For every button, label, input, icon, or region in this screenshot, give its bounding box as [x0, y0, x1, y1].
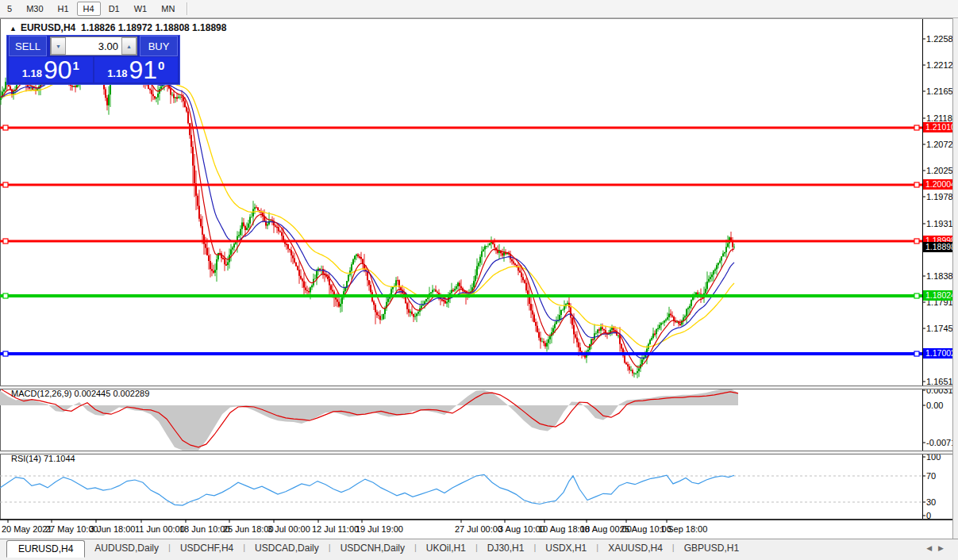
- chart-tab-audusd-daily[interactable]: AUDUSD,Daily: [85, 540, 168, 556]
- buy-price-prefix: 1.18: [107, 67, 127, 79]
- timeframe-button-m30[interactable]: M30: [20, 2, 49, 16]
- timeframe-button-d1[interactable]: D1: [102, 2, 126, 16]
- timeframe-toolbar: 5M30H1H4D1W1MN: [0, 0, 958, 18]
- tab-scroll-right-icon[interactable]: ▶: [938, 544, 950, 552]
- chart-tab-usdcnh-daily[interactable]: USDCNH,Daily: [331, 540, 414, 556]
- sell-price-pip: 1: [73, 59, 79, 72]
- collapse-icon[interactable]: ▲: [10, 25, 17, 33]
- one-click-trade-panel: SELL ▼ ▲ BUY 1.18901 1.18910: [6, 35, 180, 85]
- chart-tab-usdchf-h4[interactable]: USDCHF,H4: [171, 540, 243, 556]
- chart-ohlc-values: 1.18826 1.18972 1.18808 1.18898: [81, 22, 227, 33]
- chart-tab-dj30-h1[interactable]: DJ30,H1: [478, 540, 534, 556]
- buy-price-big: 91: [129, 58, 157, 82]
- chart-tab-usdx-h1[interactable]: USDX,H1: [536, 540, 596, 556]
- buy-button[interactable]: BUY: [140, 36, 178, 56]
- volume-decrease-icon[interactable]: ▼: [51, 37, 66, 55]
- timeframe-button-h1[interactable]: H1: [52, 2, 75, 16]
- macd-indicator-label: MACD(12,26,9) 0.002445 0.002289: [11, 389, 149, 398]
- timeframe-button-w1[interactable]: W1: [128, 2, 154, 16]
- chart-tab-ukoil-h1[interactable]: UKOil,H1: [417, 540, 475, 556]
- pane-separator-rsi[interactable]: [0, 451, 952, 455]
- sell-price-prefix: 1.18: [22, 67, 42, 79]
- volume-spinner: ▼ ▲: [50, 36, 137, 56]
- chart-title: ▲EURUSD,H4 1.18826 1.18972 1.18808 1.188…: [10, 22, 226, 33]
- timeframe-button-mn[interactable]: MN: [155, 2, 181, 16]
- sell-price-big: 90: [44, 58, 72, 82]
- rsi-indicator-label: RSI(14) 71.1044: [11, 454, 75, 463]
- timeframe-button-h4[interactable]: H4: [77, 2, 101, 16]
- volume-input[interactable]: [66, 37, 121, 55]
- tab-scroll-left-icon[interactable]: ◀: [926, 544, 938, 552]
- volume-increase-icon[interactable]: ▲: [121, 37, 137, 55]
- buy-price-pip: 0: [158, 59, 164, 72]
- mt4-window: 5M30H1H4D1W1MN ▲EURUSD,H4 1.18826 1.1897…: [0, 0, 958, 560]
- chart-tab-usdcad-daily[interactable]: USDCAD,Daily: [245, 540, 329, 556]
- tab-scroll-arrows: ◀▶: [926, 544, 950, 552]
- chart-tab-eurusd-h4[interactable]: EURUSD,H4: [6, 540, 85, 558]
- chart-symbol-label: EURUSD,H4: [21, 22, 75, 33]
- sell-price-display[interactable]: 1.18901: [9, 57, 93, 82]
- timeframe-button-5[interactable]: 5: [1, 2, 18, 16]
- buy-price-display[interactable]: 1.18910: [94, 57, 179, 82]
- chart-tab-gbpusd-h1[interactable]: GBPUSD,H1: [675, 540, 748, 556]
- toolbar-separator: [187, 2, 188, 15]
- window-right-border: [952, 18, 958, 560]
- chart-tab-xauusd-h4[interactable]: XAUUSD,H4: [598, 540, 672, 556]
- sell-button[interactable]: SELL: [9, 36, 47, 56]
- chart-tabs-bar: EURUSD,H4AUDUSD,Daily|USDCHF,H4|USDCAD,D…: [0, 539, 958, 560]
